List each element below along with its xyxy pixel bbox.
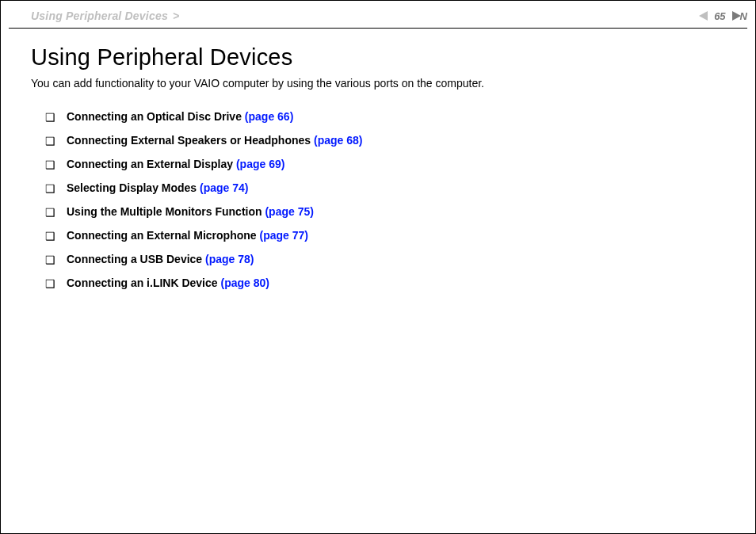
content-area: Using Peripheral Devices You can add fun… — [9, 29, 747, 291]
list-item-label: Using the Multiple Monitors Function (pa… — [67, 205, 314, 218]
page-number: 65 — [714, 10, 725, 22]
page-frame: Using Peripheral Devices > 65 N Using Pe… — [0, 0, 756, 534]
list-item-label: Connecting an External Display (page 69) — [67, 158, 284, 170]
list-item-label: Connecting External Speakers or Headphon… — [67, 134, 362, 147]
page-navigator: 65 N — [698, 10, 747, 22]
list-item: ❑ Connecting an Optical Disc Drive (page… — [45, 110, 743, 124]
bullet-icon: ❑ — [45, 110, 55, 124]
breadcrumb-chevron-icon: > — [171, 10, 179, 22]
bullet-icon: ❑ — [45, 158, 55, 172]
list-item: ❑ Connecting an External Display (page 6… — [45, 158, 743, 172]
svg-marker-0 — [699, 11, 708, 21]
page-title: Using Peripheral Devices — [31, 44, 743, 71]
page-link[interactable]: (page 68) — [314, 134, 362, 147]
page-link[interactable]: (page 75) — [265, 205, 313, 218]
list-item-label: Selecting Display Modes (page 74) — [67, 181, 249, 194]
next-page-button[interactable]: N — [731, 10, 747, 22]
page-link[interactable]: (page 69) — [236, 158, 284, 170]
list-item: ❑ Connecting External Speakers or Headph… — [45, 134, 743, 148]
list-item: ❑ Using the Multiple Monitors Function (… — [45, 205, 743, 219]
list-item-label: Connecting an Optical Disc Drive (page 6… — [67, 110, 293, 123]
breadcrumb-section: Using Peripheral Devices — [31, 10, 168, 22]
intro-paragraph: You can add functionality to your VAIO c… — [31, 77, 743, 90]
page-link[interactable]: (page 77) — [259, 229, 307, 242]
topic-link-list: ❑ Connecting an Optical Disc Drive (page… — [31, 110, 743, 291]
bullet-icon: ❑ — [45, 205, 55, 219]
list-item-label: Connecting an External Microphone (page … — [67, 229, 308, 242]
list-item-label: Connecting a USB Device (page 78) — [67, 253, 254, 265]
next-page-label: N — [740, 10, 747, 22]
header-bar: Using Peripheral Devices > 65 N — [9, 6, 747, 26]
list-item: ❑ Connecting an External Microphone (pag… — [45, 229, 743, 243]
bullet-icon: ❑ — [45, 134, 55, 148]
breadcrumb: Using Peripheral Devices > — [9, 10, 179, 22]
list-item: ❑ Connecting an i.LINK Device (page 80) — [45, 277, 743, 291]
page-link[interactable]: (page 78) — [205, 253, 254, 265]
triangle-left-icon — [698, 10, 709, 21]
bullet-icon: ❑ — [45, 253, 55, 267]
list-item: ❑ Selecting Display Modes (page 74) — [45, 181, 743, 196]
page-link[interactable]: (page 66) — [245, 110, 293, 123]
prev-page-button[interactable] — [698, 10, 709, 21]
page-link[interactable]: (page 80) — [220, 277, 269, 289]
list-item-label: Connecting an i.LINK Device (page 80) — [67, 277, 269, 289]
list-item: ❑ Connecting a USB Device (page 78) — [45, 253, 743, 267]
bullet-icon: ❑ — [45, 277, 55, 291]
bullet-icon: ❑ — [45, 181, 55, 196]
page-link[interactable]: (page 74) — [200, 181, 248, 194]
bullet-icon: ❑ — [45, 229, 55, 243]
